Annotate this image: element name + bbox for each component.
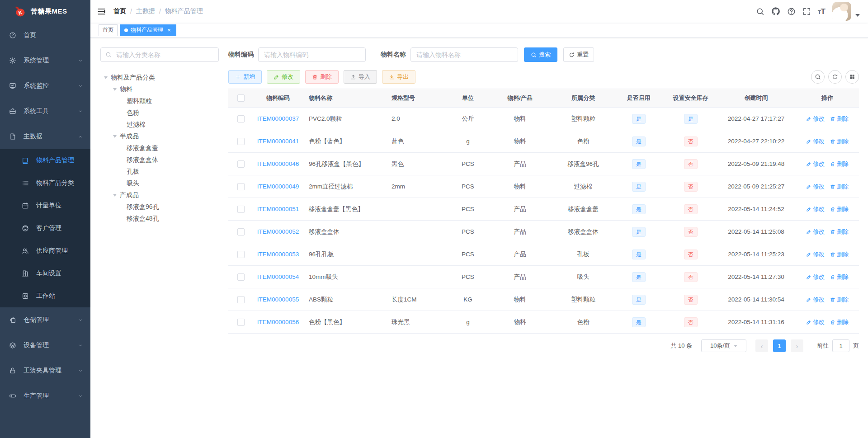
delete-link[interactable]: 删除: [830, 250, 849, 259]
material-code-link[interactable]: ITEM00000053: [257, 251, 299, 258]
search-button[interactable]: 搜索: [524, 47, 557, 62]
sidebar-subitem-物料产品分类[interactable]: 物料产品分类: [0, 172, 90, 194]
hamburger-icon[interactable]: [97, 7, 106, 16]
delete-link[interactable]: 删除: [830, 115, 849, 123]
breadcrumb-item[interactable]: 首页: [113, 7, 126, 15]
sidebar-subitem-客户管理[interactable]: 客户管理: [0, 217, 90, 240]
sidebar-item-系统监控[interactable]: 系统监控: [0, 73, 90, 99]
help-icon[interactable]: [787, 7, 796, 16]
tree-node-产成品[interactable]: 产成品: [100, 189, 219, 201]
row-checkbox[interactable]: [237, 273, 245, 281]
select-all-checkbox[interactable]: [237, 94, 245, 102]
material-code-link[interactable]: ITEM00000049: [257, 183, 299, 190]
material-code-link[interactable]: ITEM00000054: [257, 273, 299, 280]
edit-link[interactable]: 修改: [806, 318, 825, 326]
tree-expand-icon[interactable]: [113, 88, 117, 91]
material-code-link[interactable]: ITEM00000046: [257, 160, 299, 167]
row-checkbox[interactable]: [237, 251, 245, 258]
tree-node-移液盒盒体[interactable]: 移液盒盒体: [100, 154, 219, 166]
breadcrumb-item[interactable]: 主数据: [136, 7, 155, 15]
page-size-select[interactable]: 10条/页: [701, 339, 746, 352]
tree-node-移液盒48孔[interactable]: 移液盒48孔: [100, 213, 219, 225]
新增-button[interactable]: 新增: [228, 70, 262, 84]
sidebar-subitem-供应商管理[interactable]: 供应商管理: [0, 240, 90, 262]
fullscreen-icon[interactable]: [802, 7, 811, 16]
tree-expand-icon[interactable]: [113, 194, 117, 197]
goto-page-input[interactable]: [832, 339, 849, 352]
edit-link[interactable]: 修改: [806, 115, 825, 123]
delete-link[interactable]: 删除: [830, 137, 849, 146]
material-code-link[interactable]: ITEM00000041: [257, 138, 299, 145]
avatar[interactable]: [832, 2, 851, 21]
sidebar-item-仓储管理[interactable]: 仓储管理: [0, 307, 90, 333]
tree-expand-icon[interactable]: [104, 76, 108, 79]
row-checkbox[interactable]: [237, 296, 245, 303]
tree-node-色粉[interactable]: 色粉: [100, 107, 219, 119]
edit-link[interactable]: 修改: [806, 137, 825, 146]
category-search-input[interactable]: [115, 51, 214, 59]
tree-node-过滤棉[interactable]: 过滤棉: [100, 119, 219, 131]
delete-link[interactable]: 删除: [830, 318, 849, 326]
reset-button[interactable]: 重置: [563, 47, 594, 62]
row-checkbox[interactable]: [237, 319, 245, 326]
tree-node-物料[interactable]: 物料: [100, 84, 219, 95]
sidebar-item-首页[interactable]: 首页: [0, 23, 90, 48]
导入-button[interactable]: 导入: [344, 70, 377, 84]
row-checkbox[interactable]: [237, 138, 245, 145]
prev-page-button[interactable]: ‹: [755, 339, 768, 352]
edit-link[interactable]: 修改: [806, 160, 825, 168]
edit-link[interactable]: 修改: [806, 273, 825, 281]
sidebar-item-系统管理[interactable]: 系统管理: [0, 48, 90, 73]
material-code-link[interactable]: ITEM00000052: [257, 228, 299, 235]
修改-button[interactable]: 修改: [267, 70, 300, 84]
sidebar-item-主数据[interactable]: 主数据: [0, 124, 90, 149]
close-icon[interactable]: ×: [166, 27, 172, 33]
material-code-link[interactable]: ITEM00000051: [257, 206, 299, 212]
tab-首页[interactable]: 首页: [99, 24, 118, 36]
sidebar-item-生产管理[interactable]: 生产管理: [0, 383, 90, 409]
sidebar-subitem-物料产品管理[interactable]: 物料产品管理: [0, 149, 90, 172]
row-checkbox[interactable]: [237, 228, 245, 235]
delete-link[interactable]: 删除: [830, 228, 849, 236]
sidebar-subitem-工作站[interactable]: 工作站: [0, 285, 90, 307]
tree-node-移液盒盒盖[interactable]: 移液盒盒盖: [100, 142, 219, 154]
row-checkbox[interactable]: [237, 206, 245, 213]
tree-expand-icon[interactable]: [113, 135, 117, 138]
refresh-circle-button[interactable]: [828, 70, 842, 84]
edit-link[interactable]: 修改: [806, 205, 825, 213]
row-checkbox[interactable]: [237, 183, 245, 190]
breadcrumb-item[interactable]: 物料产品管理: [165, 7, 203, 15]
caret-down-icon[interactable]: [855, 14, 860, 17]
search-icon[interactable]: [756, 7, 764, 16]
filter-input-0[interactable]: [258, 47, 366, 62]
row-checkbox[interactable]: [237, 115, 245, 122]
tree-node-半成品[interactable]: 半成品: [100, 131, 219, 142]
tree-node-塑料颗粒[interactable]: 塑料颗粒: [100, 95, 219, 107]
delete-link[interactable]: 删除: [830, 296, 849, 304]
sidebar-item-系统工具[interactable]: 系统工具: [0, 99, 90, 124]
delete-link[interactable]: 删除: [830, 160, 849, 168]
edit-link[interactable]: 修改: [806, 183, 825, 191]
tree-node-孔板[interactable]: 孔板: [100, 166, 219, 178]
sidebar-subitem-车间设置[interactable]: 车间设置: [0, 262, 90, 285]
edit-link[interactable]: 修改: [806, 250, 825, 259]
edit-link[interactable]: 修改: [806, 228, 825, 236]
delete-link[interactable]: 删除: [830, 273, 849, 281]
delete-link[interactable]: 删除: [830, 183, 849, 191]
delete-link[interactable]: 删除: [830, 205, 849, 213]
app-logo[interactable]: K 苦糖果MES: [0, 0, 90, 23]
tab-物料产品管理[interactable]: 物料产品管理×: [120, 24, 176, 36]
page-number-button[interactable]: 1: [773, 339, 786, 352]
edit-link[interactable]: 修改: [806, 296, 825, 304]
sidebar-item-设备管理[interactable]: 设备管理: [0, 333, 90, 358]
next-page-button[interactable]: ›: [791, 339, 803, 352]
tree-node-移液盒96孔[interactable]: 移液盒96孔: [100, 201, 219, 213]
tree-node-物料及产品分类[interactable]: 物料及产品分类: [100, 72, 219, 84]
material-code-link[interactable]: ITEM00000037: [257, 115, 299, 122]
删除-button[interactable]: 删除: [305, 70, 339, 84]
search-circle-button[interactable]: [811, 70, 825, 84]
sidebar-item-工装夹具管理[interactable]: 工装夹具管理: [0, 358, 90, 383]
material-code-link[interactable]: ITEM00000055: [257, 296, 299, 303]
导出-button[interactable]: 导出: [382, 70, 415, 84]
font-size-icon[interactable]: TT: [818, 8, 826, 15]
